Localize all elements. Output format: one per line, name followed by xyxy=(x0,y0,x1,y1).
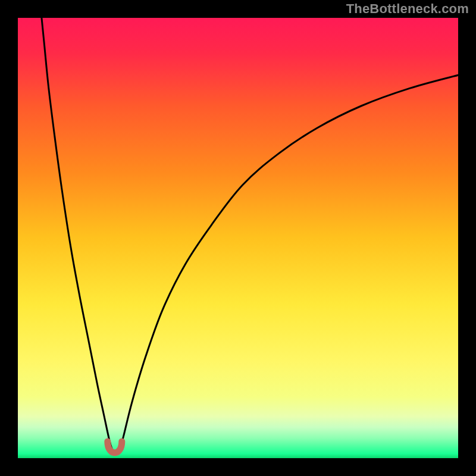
bottleneck-plot xyxy=(0,0,476,476)
gradient-background xyxy=(18,18,458,458)
chart-frame: TheBottleneck.com xyxy=(0,0,476,476)
watermark-text: TheBottleneck.com xyxy=(346,1,469,17)
